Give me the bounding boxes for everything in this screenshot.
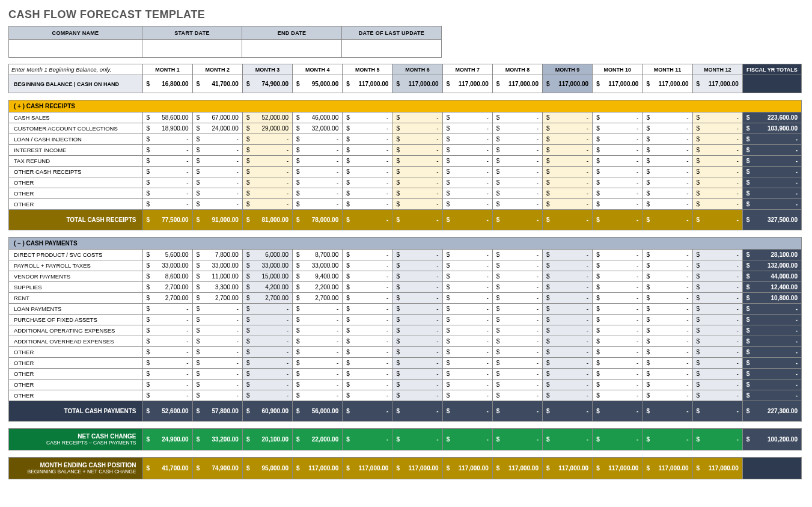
- payments-cell[interactable]: -: [643, 293, 692, 304]
- receipts-cell[interactable]: -: [593, 112, 643, 123]
- payments-cell[interactable]: -: [242, 304, 292, 315]
- payments-cell[interactable]: -: [442, 390, 492, 401]
- payments-cell[interactable]: -: [142, 379, 192, 390]
- payments-cell[interactable]: -: [692, 390, 742, 401]
- payments-cell[interactable]: -: [192, 304, 242, 315]
- receipts-cell[interactable]: -: [643, 145, 692, 156]
- receipts-cell[interactable]: -: [593, 199, 643, 210]
- payments-cell[interactable]: -: [142, 315, 192, 325]
- receipts-cell[interactable]: -: [643, 112, 692, 123]
- payments-cell[interactable]: -: [692, 336, 742, 347]
- payments-cell[interactable]: 2,700.00: [293, 293, 343, 304]
- receipts-cell[interactable]: -: [392, 123, 442, 134]
- receipts-cell[interactable]: -: [293, 177, 343, 188]
- payments-cell[interactable]: -: [343, 358, 392, 369]
- payments-cell[interactable]: -: [692, 293, 742, 304]
- beginning-balance-cell[interactable]: 117,000.00: [692, 75, 742, 93]
- receipts-cell[interactable]: -: [392, 145, 442, 156]
- payments-cell[interactable]: -: [192, 379, 242, 390]
- payments-cell[interactable]: -: [392, 315, 442, 325]
- payments-cell[interactable]: -: [492, 336, 542, 347]
- payments-cell[interactable]: -: [543, 282, 593, 293]
- receipts-cell[interactable]: -: [343, 123, 392, 134]
- receipts-cell[interactable]: -: [692, 156, 742, 167]
- payments-cell[interactable]: -: [293, 336, 343, 347]
- payments-cell[interactable]: -: [293, 390, 343, 401]
- payments-cell[interactable]: -: [192, 347, 242, 358]
- payments-cell[interactable]: -: [593, 336, 643, 347]
- receipts-cell[interactable]: -: [492, 177, 542, 188]
- payments-cell[interactable]: -: [293, 315, 343, 325]
- payments-cell[interactable]: 33,000.00: [142, 260, 192, 271]
- receipts-cell[interactable]: -: [242, 167, 292, 177]
- payments-cell[interactable]: -: [593, 260, 643, 271]
- payments-cell[interactable]: -: [242, 390, 292, 401]
- receipts-cell[interactable]: -: [192, 145, 242, 156]
- payments-cell[interactable]: -: [192, 325, 242, 336]
- payments-cell[interactable]: -: [142, 325, 192, 336]
- payments-cell[interactable]: -: [543, 379, 593, 390]
- payments-cell[interactable]: -: [692, 358, 742, 369]
- payments-cell[interactable]: -: [192, 369, 242, 379]
- payments-cell[interactable]: -: [492, 325, 542, 336]
- payments-cell[interactable]: -: [543, 390, 593, 401]
- payments-cell[interactable]: -: [692, 369, 742, 379]
- payments-cell[interactable]: -: [142, 390, 192, 401]
- payments-cell[interactable]: 2,700.00: [142, 282, 192, 293]
- receipts-cell[interactable]: -: [442, 199, 492, 210]
- payments-cell[interactable]: 3,300.00: [192, 282, 242, 293]
- payments-cell[interactable]: -: [392, 379, 442, 390]
- receipts-cell[interactable]: -: [492, 134, 542, 145]
- payments-cell[interactable]: 7,800.00: [192, 250, 242, 260]
- receipts-cell[interactable]: -: [392, 167, 442, 177]
- receipts-cell[interactable]: -: [293, 199, 343, 210]
- receipts-cell[interactable]: -: [543, 188, 593, 199]
- receipts-cell[interactable]: -: [343, 188, 392, 199]
- receipts-cell[interactable]: -: [492, 156, 542, 167]
- payments-cell[interactable]: -: [293, 379, 343, 390]
- receipts-cell[interactable]: -: [442, 167, 492, 177]
- payments-cell[interactable]: -: [543, 325, 593, 336]
- receipts-cell[interactable]: -: [442, 134, 492, 145]
- payments-cell[interactable]: -: [543, 336, 593, 347]
- receipts-cell[interactable]: 24,000.00: [192, 123, 242, 134]
- payments-cell[interactable]: 33,000.00: [242, 260, 292, 271]
- payments-cell[interactable]: -: [643, 250, 692, 260]
- payments-cell[interactable]: -: [643, 336, 692, 347]
- receipts-cell[interactable]: -: [293, 188, 343, 199]
- receipts-cell[interactable]: -: [643, 134, 692, 145]
- payments-cell[interactable]: -: [692, 379, 742, 390]
- payments-cell[interactable]: -: [392, 390, 442, 401]
- receipts-cell[interactable]: -: [392, 134, 442, 145]
- payments-cell[interactable]: -: [442, 250, 492, 260]
- payments-cell[interactable]: -: [643, 315, 692, 325]
- payments-cell[interactable]: 9,400.00: [293, 271, 343, 282]
- receipts-cell[interactable]: -: [442, 145, 492, 156]
- payments-cell[interactable]: -: [442, 325, 492, 336]
- payments-cell[interactable]: -: [392, 260, 442, 271]
- payments-cell[interactable]: -: [343, 369, 392, 379]
- payments-cell[interactable]: -: [442, 304, 492, 315]
- payments-cell[interactable]: -: [293, 304, 343, 315]
- receipts-cell[interactable]: -: [593, 145, 643, 156]
- payments-cell[interactable]: -: [392, 282, 442, 293]
- receipts-cell[interactable]: -: [242, 199, 292, 210]
- receipts-cell[interactable]: -: [692, 177, 742, 188]
- receipts-cell[interactable]: -: [343, 167, 392, 177]
- payments-cell[interactable]: -: [692, 282, 742, 293]
- payments-cell[interactable]: 15,000.00: [242, 271, 292, 282]
- receipts-cell[interactable]: 32,000.00: [293, 123, 343, 134]
- receipts-cell[interactable]: -: [442, 188, 492, 199]
- payments-cell[interactable]: -: [492, 379, 542, 390]
- payments-cell[interactable]: -: [543, 304, 593, 315]
- receipts-cell[interactable]: -: [192, 156, 242, 167]
- payments-cell[interactable]: -: [343, 260, 392, 271]
- beginning-balance-cell[interactable]: 41,700.00: [192, 75, 242, 93]
- receipts-cell[interactable]: -: [192, 188, 242, 199]
- payments-cell[interactable]: -: [442, 260, 492, 271]
- payments-cell[interactable]: -: [643, 260, 692, 271]
- receipts-cell[interactable]: -: [692, 188, 742, 199]
- payments-cell[interactable]: -: [492, 250, 542, 260]
- receipts-cell[interactable]: -: [643, 167, 692, 177]
- payments-cell[interactable]: -: [392, 304, 442, 315]
